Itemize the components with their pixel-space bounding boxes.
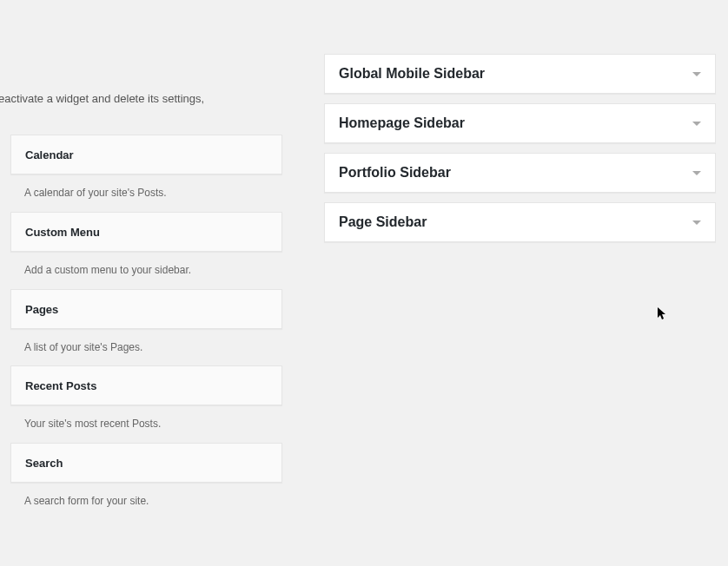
sidebar-page[interactable]: Page Sidebar: [324, 202, 716, 242]
sidebar-header[interactable]: Page Sidebar: [325, 203, 715, 241]
widget-search[interactable]: Search A search form for your site.: [10, 443, 282, 520]
sidebar-title: Global Mobile Sidebar: [339, 66, 485, 82]
sidebar-title: Portfolio Sidebar: [339, 165, 451, 181]
widget-custom-menu[interactable]: Custom Menu Add a custom menu to your si…: [10, 212, 282, 289]
widget-list: Calendar A calendar of your site's Posts…: [10, 135, 282, 520]
widget-title: Calendar: [25, 148, 74, 161]
widget-header[interactable]: Calendar: [10, 135, 282, 174]
chevron-down-icon: [692, 72, 701, 76]
chevron-down-icon: [692, 220, 701, 225]
sidebar-portfolio[interactable]: Portfolio Sidebar: [324, 153, 716, 193]
widget-recent-posts[interactable]: Recent Posts Your site's most recent Pos…: [10, 365, 282, 443]
widget-desc: A search form for your site.: [10, 483, 282, 520]
sidebar-homepage[interactable]: Homepage Sidebar: [324, 103, 716, 143]
widget-header[interactable]: Custom Menu: [10, 212, 282, 252]
sidebar-header[interactable]: Global Mobile Sidebar: [325, 55, 715, 93]
sidebar-global-mobile[interactable]: Global Mobile Sidebar: [324, 54, 716, 94]
widget-header[interactable]: Search: [10, 443, 282, 483]
widget-header[interactable]: Recent Posts: [10, 365, 282, 405]
widget-desc: Add a custom menu to your sidebar.: [10, 252, 282, 289]
widget-desc: Your site's most recent Posts.: [10, 405, 282, 443]
sidebar-areas-column: Global Mobile Sidebar Homepage Sidebar P…: [300, 0, 728, 566]
widget-title: Search: [25, 457, 63, 470]
widget-desc: A list of your site's Pages.: [10, 329, 282, 366]
widget-pages[interactable]: Pages A list of your site's Pages.: [10, 289, 282, 366]
sidebar-header[interactable]: Portfolio Sidebar: [325, 154, 715, 192]
widget-header[interactable]: Pages: [10, 289, 282, 329]
widget-title: Recent Posts: [25, 379, 96, 392]
instruction-text: it. To deactivate a widget and delete it…: [0, 90, 274, 108]
available-widgets-column: it. To deactivate a widget and delete it…: [0, 0, 300, 566]
widget-title: Custom Menu: [25, 226, 100, 239]
sidebar-title: Page Sidebar: [339, 214, 427, 230]
chevron-down-icon: [692, 171, 701, 175]
chevron-down-icon: [692, 122, 701, 126]
widget-title: Pages: [25, 303, 58, 316]
sidebar-header[interactable]: Homepage Sidebar: [325, 104, 715, 142]
widgets-page: it. To deactivate a widget and delete it…: [0, 0, 728, 566]
widget-desc: A calendar of your site's Posts.: [10, 174, 282, 212]
widget-calendar[interactable]: Calendar A calendar of your site's Posts…: [10, 135, 282, 212]
sidebar-title: Homepage Sidebar: [339, 115, 465, 131]
